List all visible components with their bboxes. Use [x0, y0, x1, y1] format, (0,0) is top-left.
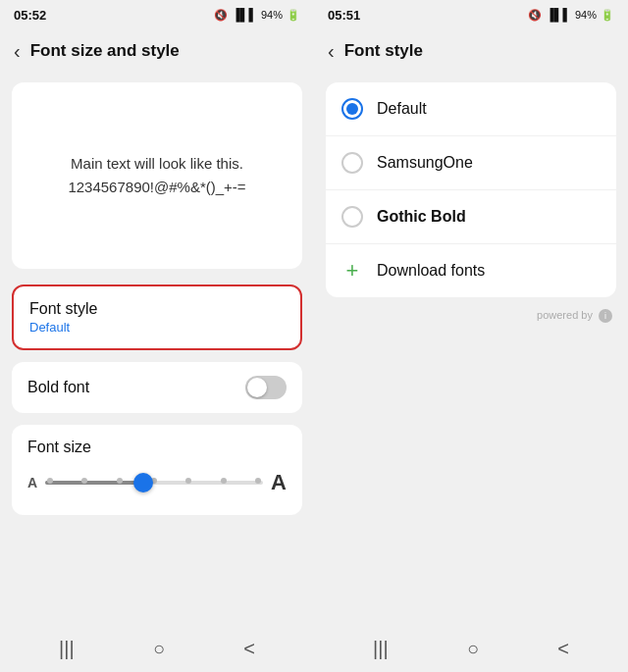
plus-icon: +	[341, 260, 363, 282]
powered-by-text: powered by i	[314, 305, 628, 327]
left-back-nav-button[interactable]: <	[243, 638, 255, 660]
slider-dot	[81, 478, 87, 484]
right-mute-icon: 🔇	[528, 9, 542, 22]
font-style-label: Font style	[29, 300, 285, 318]
bold-font-label: Bold font	[27, 379, 89, 396]
radio-item-samsungone[interactable]: SamsungOne	[326, 136, 616, 190]
font-size-small-a: A	[27, 475, 37, 491]
right-back-nav-button[interactable]: <	[557, 638, 569, 660]
right-signal-icon: ▐▌▌	[546, 8, 571, 22]
preview-line1: Main text will look like this.	[68, 152, 245, 176]
radio-label-samsungone: SamsungOne	[377, 154, 473, 172]
left-page-title: Font size and style	[30, 41, 180, 61]
mute-icon: 🔇	[214, 9, 228, 22]
right-status-icons: 🔇 ▐▌▌ 94% 🔋	[528, 8, 614, 22]
radio-circle-default	[341, 98, 363, 120]
slider-dot	[185, 478, 191, 484]
slider-dot	[117, 478, 123, 484]
battery-icon: 🔋	[287, 9, 300, 22]
font-size-card: Font size A A	[12, 425, 302, 515]
download-fonts-label: Download fonts	[377, 262, 485, 280]
left-menu-button[interactable]: |||	[59, 638, 75, 660]
right-top-bar: ‹ Font style	[314, 27, 628, 75]
preview-line2: 1234567890!@#%&*()_+-=	[68, 176, 245, 199]
radio-item-gothicbold[interactable]: Gothic Bold	[326, 190, 616, 244]
font-style-value: Default	[29, 320, 285, 335]
font-size-slider-row: A A	[27, 470, 287, 495]
right-panel: 05:51 🔇 ▐▌▌ 94% 🔋 ‹ Font style Default S…	[314, 0, 628, 672]
left-nav-bar: ||| ○ <	[0, 625, 314, 672]
font-size-slider-track[interactable]	[45, 481, 263, 485]
right-home-button[interactable]: ○	[467, 638, 479, 660]
powered-by-icon: i	[599, 309, 612, 323]
right-battery-text: 94%	[575, 9, 597, 21]
slider-dots	[45, 478, 263, 484]
radio-circle-samsungone	[341, 152, 363, 174]
left-home-button[interactable]: ○	[153, 638, 165, 660]
slider-dot	[221, 478, 227, 484]
preview-text: Main text will look like this. 123456789…	[68, 152, 245, 199]
font-style-card[interactable]: Font style Default	[12, 284, 302, 350]
download-fonts-item[interactable]: + Download fonts	[326, 244, 616, 297]
left-status-bar: 05:52 🔇 ▐▌▌ 94% 🔋	[0, 0, 314, 27]
right-nav-bar: ||| ○ <	[314, 625, 628, 672]
font-style-list: Default SamsungOne Gothic Bold + Downloa…	[326, 82, 616, 297]
radio-item-default[interactable]: Default	[326, 82, 616, 136]
left-time: 05:52	[14, 8, 46, 23]
slider-dot	[255, 478, 261, 484]
left-top-bar: ‹ Font size and style	[0, 27, 314, 75]
right-menu-button[interactable]: |||	[373, 638, 389, 660]
left-back-button[interactable]: ‹	[14, 40, 21, 63]
left-panel: 05:52 🔇 ▐▌▌ 94% 🔋 ‹ Font size and style …	[0, 0, 314, 672]
slider-dot	[47, 478, 53, 484]
radio-label-default: Default	[377, 100, 427, 118]
font-size-large-a: A	[271, 470, 287, 495]
right-battery-icon: 🔋	[601, 9, 614, 22]
radio-label-gothicbold: Gothic Bold	[377, 208, 466, 226]
font-size-title: Font size	[27, 439, 287, 456]
right-back-button[interactable]: ‹	[328, 40, 335, 63]
bold-font-row: Bold font	[12, 362, 302, 413]
right-status-bar: 05:51 🔇 ▐▌▌ 94% 🔋	[314, 0, 628, 27]
bold-font-toggle[interactable]	[245, 376, 287, 399]
radio-circle-gothicbold	[341, 206, 363, 228]
right-page-title: Font style	[344, 41, 423, 61]
signal-icon: ▐▌▌	[232, 8, 257, 22]
right-time: 05:51	[328, 8, 360, 23]
battery-text: 94%	[261, 9, 283, 21]
preview-card: Main text will look like this. 123456789…	[12, 82, 302, 269]
left-status-icons: 🔇 ▐▌▌ 94% 🔋	[214, 8, 300, 22]
slider-thumb[interactable]	[133, 473, 153, 492]
